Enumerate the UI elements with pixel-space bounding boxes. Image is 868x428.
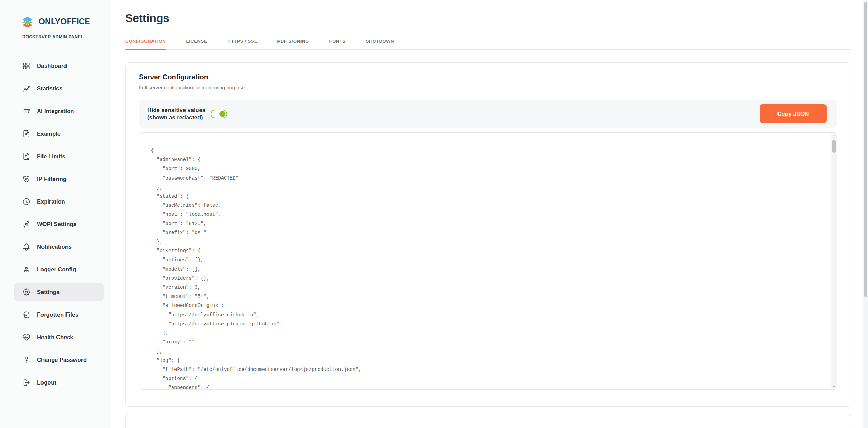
key-icon (22, 356, 31, 364)
sidebar-item-label: AI Integration (37, 108, 74, 114)
page-title: Settings (125, 12, 851, 25)
sidebar-item-dashboard[interactable]: Dashboard (14, 57, 104, 75)
tab-shutdown[interactable]: SHUTDOWN (366, 35, 394, 49)
sidebar-item-label: IP Filtering (37, 176, 67, 182)
gear-icon (22, 288, 31, 296)
tab-license[interactable]: LICENSE (186, 35, 208, 49)
sidebar-item-label: WOPI Settings (37, 221, 77, 228)
sidebar-item-label: Dashboard (37, 63, 67, 69)
server-configuration-card: Server Configuration Full server configu… (125, 62, 851, 407)
ip-shield-icon: IP (22, 175, 31, 183)
sidebar-item-forgotten-files[interactable]: Forgotten Files (14, 306, 104, 324)
next-card-partial (125, 414, 851, 428)
sidebar-item-logout[interactable]: Logout (14, 373, 104, 391)
document-warning-icon (22, 152, 31, 161)
sidebar-item-ai-integration[interactable]: AI Integration (14, 102, 104, 120)
tab-configuration[interactable]: CONFIGURATION (125, 35, 166, 49)
onlyoffice-logo-icon (19, 14, 36, 29)
page-scrollbar[interactable] (863, 0, 868, 428)
page-scrollbar-thumb[interactable] (864, 2, 867, 297)
config-json-text: { "adminPanel": { "port": 9000, "passwor… (139, 133, 837, 390)
hide-sensitive-label: Hide sensitive values (shown as redacted… (147, 106, 205, 121)
hide-sensitive-label-line2: (shown as redacted) (147, 114, 205, 121)
sidebar-item-statistics[interactable]: Statistics (14, 79, 104, 97)
sidebar-item-file-limits[interactable]: File Limits (14, 147, 104, 165)
scroll-up-icon[interactable]: ⌃ (831, 133, 837, 139)
sidebar-divider (14, 48, 104, 48)
tab-fonts[interactable]: FONTS (329, 35, 346, 49)
config-json-viewer: { "adminPanel": { "port": 9000, "passwor… (139, 132, 837, 390)
card-title: Server Configuration (139, 73, 837, 81)
brand-name: ONLYOFFICE (39, 17, 90, 26)
sidebar-item-settings[interactable]: Settings (14, 283, 104, 301)
codebox-scrollbar-thumb[interactable] (832, 140, 836, 153)
logout-icon (22, 378, 31, 387)
sidebar-item-label: Settings (37, 289, 60, 295)
sidebar-item-logger-config[interactable]: Logger Config (14, 260, 104, 278)
admin-panel-root: ONLYOFFICE DOCSERVER ADMIN PANEL Dashboa… (0, 0, 868, 428)
sidebar-item-ip-filtering[interactable]: IP IP Filtering (14, 170, 104, 188)
hide-sensitive-label-line1: Hide sensitive values (147, 106, 205, 114)
sidebar-item-health-check[interactable]: Health Check (14, 328, 104, 346)
main-content: Settings CONFIGURATION LICENSE HTTPS / S… (111, 0, 868, 428)
tab-pdf-signing[interactable]: PDF SIGNING (277, 35, 309, 49)
heart-pulse-icon (22, 333, 31, 342)
sidebar-item-change-password[interactable]: Change Password (14, 351, 104, 369)
card-description: Full server configuration for monitoring… (139, 85, 837, 90)
sidebar-item-label: Health Check (37, 334, 73, 341)
sidebar-item-notifications[interactable]: Notifications (14, 238, 104, 256)
hide-sensitive-toggle[interactable] (211, 110, 227, 118)
sidebar-item-label: File Limits (37, 153, 65, 160)
sidebar-item-label: Expiration (37, 198, 65, 205)
codebox-scrollbar[interactable]: ⌃ ⌄ (831, 133, 837, 389)
sidebar-item-label: Notifications (37, 244, 72, 250)
gear-console-icon (22, 265, 31, 274)
dashboard-grid-icon (22, 62, 31, 70)
sidebar-item-label: Forgotten Files (37, 311, 78, 318)
clock-icon (22, 197, 31, 206)
statistics-chart-icon (22, 84, 31, 93)
sidebar-item-label: Statistics (37, 85, 62, 92)
svg-text:IP: IP (25, 177, 28, 180)
app-subtitle: DOCSERVER ADMIN PANEL (0, 34, 111, 39)
bell-icon (22, 243, 31, 251)
sidebar-item-wopi-settings[interactable]: WOPI Settings (14, 215, 104, 233)
sidebar-nav: Dashboard Statistics AI Integr (0, 57, 111, 391)
copy-json-button[interactable]: Copy JSON (760, 104, 827, 123)
config-toolbar: Hide sensitive values (shown as redacted… (139, 100, 837, 128)
sidebar-item-label: Logger Config (37, 266, 76, 273)
app-logo: ONLYOFFICE (0, 14, 111, 29)
sidebar-item-example[interactable]: Example (14, 125, 104, 143)
sidebar-item-label: Logout (37, 379, 56, 386)
sidebar-item-label: Change Password (37, 357, 87, 363)
gear-sync-icon (22, 220, 31, 229)
scroll-down-icon[interactable]: ⌄ (831, 383, 837, 389)
ghost-icon (22, 310, 31, 319)
document-star-icon (22, 129, 31, 138)
robot-chat-icon (22, 107, 31, 116)
toggle-knob (219, 111, 225, 117)
sidebar-item-label: Example (37, 130, 61, 137)
tab-https-ssl[interactable]: HTTPS / SSL (227, 35, 257, 49)
tab-bar: CONFIGURATION LICENSE HTTPS / SSL PDF SI… (125, 35, 851, 50)
sidebar: ONLYOFFICE DOCSERVER ADMIN PANEL Dashboa… (0, 0, 111, 428)
sidebar-item-expiration[interactable]: Expiration (14, 192, 104, 211)
